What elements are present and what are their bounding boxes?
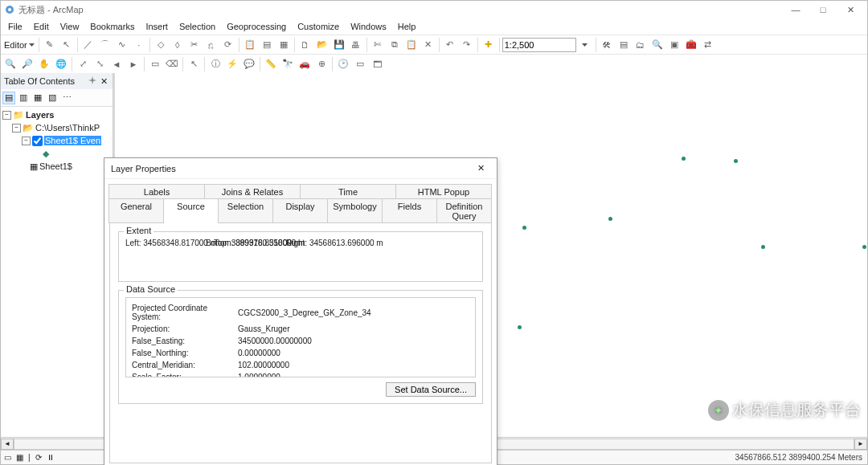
hyperlink-icon[interactable]: ⚡ (224, 56, 240, 72)
set-data-source-button[interactable]: Set Data Source... (386, 382, 476, 397)
tree-folder[interactable]: − 📂 C:\Users\ThinkP (2, 121, 111, 134)
zoom-in-icon[interactable]: 🔍 (2, 56, 18, 72)
sketch-props-icon[interactable]: ▤ (259, 37, 275, 53)
maximize-button[interactable]: □ (809, 1, 837, 18)
menu-windows[interactable]: Windows (345, 20, 392, 33)
split-icon[interactable]: ⎌ (203, 37, 219, 53)
dialog-close-button[interactable]: ✕ (471, 161, 490, 177)
tab-time[interactable]: Time (300, 184, 396, 199)
list-by-visibility-icon[interactable]: ▦ (31, 92, 44, 104)
tab-labels[interactable]: Labels (108, 184, 205, 199)
identify-icon[interactable]: ⓘ (207, 56, 223, 72)
editor-dropdown[interactable]: Editor (2, 40, 36, 50)
print-icon[interactable]: 🖶 (348, 37, 364, 53)
select-elements-icon[interactable]: ↖ (186, 56, 202, 72)
list-by-selection-icon[interactable]: ▧ (46, 92, 59, 104)
menu-file[interactable]: File (2, 20, 28, 33)
line-tool-icon[interactable]: ／ (80, 37, 96, 53)
tree-symbol[interactable]: ◆ (2, 147, 111, 160)
pause-icon[interactable]: ⏸ (47, 453, 55, 462)
fwd-extent-icon[interactable]: ► (125, 56, 141, 72)
collapse-icon[interactable]: − (2, 111, 11, 120)
point-tool-icon[interactable]: · (131, 37, 147, 53)
menu-geoprocessing[interactable]: Geoprocessing (221, 20, 292, 33)
paste-icon[interactable]: 📋 (403, 37, 420, 53)
fixed-zoomin-icon[interactable]: ⤢ (75, 56, 91, 72)
zoom-out-icon[interactable]: 🔎 (19, 56, 35, 72)
viewer-icon[interactable]: ▭ (352, 56, 368, 72)
search-icon[interactable]: 🔍 (649, 37, 665, 53)
tab-fields[interactable]: Fields (382, 198, 437, 223)
tab-html-popup[interactable]: HTML Popup (395, 184, 492, 199)
collapse-icon[interactable]: − (12, 124, 21, 133)
select-features-icon[interactable]: ▭ (147, 56, 163, 72)
collapse-icon[interactable]: − (22, 137, 31, 145)
tree-table[interactable]: ▦ Sheet1$ (2, 160, 111, 173)
tab-symbology[interactable]: Symbology (327, 198, 383, 223)
attributes-icon[interactable]: 📋 (242, 37, 258, 53)
find-route-icon[interactable]: 🚗 (297, 56, 313, 72)
catalog-icon[interactable]: 🗂 (633, 37, 649, 53)
list-by-source-icon[interactable]: ▥ (17, 92, 30, 104)
edit-vertices-icon[interactable]: ◇ (153, 37, 169, 53)
scale-input[interactable] (502, 38, 576, 52)
delete-icon[interactable]: ✕ (420, 37, 436, 53)
scroll-left-icon[interactable]: ◄ (1, 438, 14, 450)
menu-customize[interactable]: Customize (292, 20, 345, 33)
tab-display[interactable]: Display (272, 198, 328, 223)
add-data-icon[interactable]: ✚ (481, 37, 497, 53)
dialog-titlebar[interactable]: Layer Properties ✕ (104, 158, 497, 179)
fixed-zoomout-icon[interactable]: ⤡ (92, 56, 108, 72)
arc-tool-icon[interactable]: ⌒ (97, 37, 113, 53)
list-by-drawing-icon[interactable]: ▤ (2, 92, 15, 104)
menu-view[interactable]: View (55, 20, 85, 33)
edit-tool-icon[interactable]: ✎ (42, 37, 58, 53)
time-slider-icon[interactable]: 🕑 (335, 56, 351, 72)
datasource-text[interactable]: Projected Coordinate System:CGCS2000_3_D… (125, 297, 476, 377)
scroll-right-icon[interactable]: ► (854, 438, 867, 450)
overview-icon[interactable]: 🗔 (369, 56, 385, 72)
tab-source[interactable]: Source (163, 198, 219, 223)
cut-poly-icon[interactable]: ✂ (186, 37, 203, 53)
refresh-icon[interactable]: ⟳ (35, 453, 42, 462)
trace-tool-icon[interactable]: ∿ (114, 37, 130, 53)
toc-close-icon[interactable]: ✕ (98, 76, 109, 87)
python-icon[interactable]: ▣ (666, 37, 682, 53)
measure-icon[interactable]: 📏 (263, 56, 279, 72)
menu-insert[interactable]: Insert (140, 20, 174, 33)
pan-icon[interactable]: ✋ (36, 56, 52, 72)
data-view-icon[interactable]: ▭ (4, 453, 11, 462)
menu-edit[interactable]: Edit (28, 20, 55, 33)
tab-joins-relates[interactable]: Joins & Relates (204, 184, 301, 199)
layout-view-icon[interactable]: ▦ (16, 453, 23, 462)
minimize-button[interactable]: — (782, 1, 809, 18)
new-icon[interactable]: 🗋 (297, 37, 313, 53)
tab-definition-query[interactable]: Definition Query (436, 198, 492, 223)
find-icon[interactable]: 🔭 (280, 56, 296, 72)
menu-selection[interactable]: Selection (174, 20, 221, 33)
menu-bookmarks[interactable]: Bookmarks (84, 20, 140, 33)
save-icon[interactable]: 💾 (331, 37, 347, 53)
menu-help[interactable]: Help (392, 20, 422, 33)
copy-icon[interactable]: ⧉ (387, 37, 403, 53)
close-button[interactable]: ✕ (837, 1, 864, 18)
back-extent-icon[interactable]: ◄ (108, 56, 125, 72)
rotate-icon[interactable]: ⟳ (220, 37, 236, 53)
goto-xy-icon[interactable]: ⊕ (313, 56, 330, 72)
options-icon[interactable]: ⋯ (60, 92, 73, 104)
pin-icon[interactable] (88, 76, 98, 86)
tree-layer-selected[interactable]: − Sheet1$ Even (2, 134, 111, 147)
tab-general[interactable]: General (108, 198, 164, 223)
html-popup-icon[interactable]: 💬 (241, 56, 257, 72)
edit-arrow-icon[interactable]: ↖ (59, 37, 75, 53)
toc-icon[interactable]: ▤ (616, 37, 632, 53)
toolbox-icon[interactable]: 🧰 (683, 37, 699, 53)
tab-selection[interactable]: Selection (218, 198, 273, 223)
scale-dropdown-icon[interactable] (577, 37, 593, 53)
clear-sel-icon[interactable]: ⌫ (164, 56, 180, 72)
undo-icon[interactable]: ↶ (442, 37, 458, 53)
tree-root[interactable]: − 📁 Layers (2, 108, 111, 121)
layer-visible-checkbox[interactable] (32, 136, 43, 146)
open-icon[interactable]: 📂 (314, 37, 330, 53)
full-extent-icon[interactable]: 🌐 (53, 56, 69, 72)
